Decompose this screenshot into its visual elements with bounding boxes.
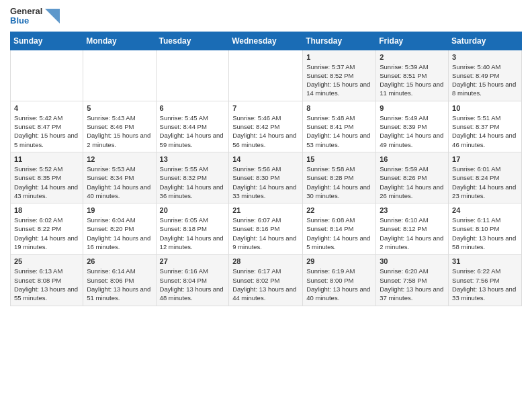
calendar-week-row: 4Sunrise: 5:42 AMSunset: 8:47 PMDaylight… <box>11 101 522 152</box>
calendar-header-row: SundayMondayTuesdayWednesdayThursdayFrid… <box>11 32 522 50</box>
day-number: 4 <box>14 104 79 112</box>
logo-text: General Blue <box>10 7 42 26</box>
calendar-week-row: 1Sunrise: 5:37 AMSunset: 8:52 PMDaylight… <box>11 50 522 101</box>
calendar-cell: 17Sunrise: 6:01 AMSunset: 8:24 PMDayligh… <box>449 152 522 203</box>
day-info: Sunrise: 5:48 AMSunset: 8:41 PMDaylight:… <box>306 113 372 149</box>
day-number: 11 <box>14 155 79 163</box>
calendar-cell: 23Sunrise: 6:10 AMSunset: 8:12 PMDayligh… <box>376 203 449 255</box>
day-number: 19 <box>87 206 152 214</box>
calendar-cell: 9Sunrise: 5:49 AMSunset: 8:39 PMDaylight… <box>376 101 449 152</box>
day-info: Sunrise: 6:14 AMSunset: 8:06 PMDaylight:… <box>87 267 152 302</box>
calendar-cell: 27Sunrise: 6:16 AMSunset: 8:04 PMDayligh… <box>156 255 229 306</box>
calendar-cell: 28Sunrise: 6:17 AMSunset: 8:02 PMDayligh… <box>229 255 303 306</box>
calendar-cell: 18Sunrise: 6:02 AMSunset: 8:22 PMDayligh… <box>11 203 83 255</box>
day-number: 7 <box>232 104 299 112</box>
calendar-cell: 5Sunrise: 5:43 AMSunset: 8:46 PMDaylight… <box>83 101 156 152</box>
calendar-cell: 20Sunrise: 6:05 AMSunset: 8:18 PMDayligh… <box>156 203 229 255</box>
day-number: 15 <box>306 155 372 163</box>
calendar-cell: 3Sunrise: 5:40 AMSunset: 8:49 PMDaylight… <box>449 50 522 101</box>
day-number: 30 <box>380 257 445 265</box>
day-number: 31 <box>452 257 518 265</box>
calendar-cell <box>156 50 229 101</box>
calendar-cell: 31Sunrise: 6:22 AMSunset: 7:56 PMDayligh… <box>449 255 522 306</box>
day-info: Sunrise: 6:11 AMSunset: 8:10 PMDaylight:… <box>452 216 518 251</box>
day-number: 2 <box>380 53 445 61</box>
calendar-cell: 2Sunrise: 5:39 AMSunset: 8:51 PMDaylight… <box>376 50 449 101</box>
day-info: Sunrise: 5:56 AMSunset: 8:30 PMDaylight:… <box>232 165 299 200</box>
svg-marker-0 <box>45 9 60 24</box>
calendar-cell: 21Sunrise: 6:07 AMSunset: 8:16 PMDayligh… <box>229 203 303 255</box>
calendar-table: SundayMondayTuesdayWednesdayThursdayFrid… <box>10 32 522 306</box>
calendar-cell: 8Sunrise: 5:48 AMSunset: 8:41 PMDaylight… <box>303 101 376 152</box>
day-number: 8 <box>306 104 372 112</box>
day-info: Sunrise: 6:07 AMSunset: 8:16 PMDaylight:… <box>232 216 299 251</box>
day-number: 10 <box>452 104 518 112</box>
day-info: Sunrise: 5:58 AMSunset: 8:28 PMDaylight:… <box>306 165 372 200</box>
day-number: 18 <box>14 206 79 214</box>
day-number: 3 <box>452 53 518 61</box>
day-info: Sunrise: 5:52 AMSunset: 8:35 PMDaylight:… <box>14 165 79 200</box>
day-number: 6 <box>160 104 226 112</box>
calendar-cell: 26Sunrise: 6:14 AMSunset: 8:06 PMDayligh… <box>83 255 156 306</box>
day-number: 12 <box>87 155 152 163</box>
day-number: 27 <box>160 257 226 265</box>
day-number: 16 <box>380 155 445 163</box>
day-info: Sunrise: 5:45 AMSunset: 8:44 PMDaylight:… <box>160 113 226 149</box>
day-info: Sunrise: 5:55 AMSunset: 8:32 PMDaylight:… <box>160 165 226 200</box>
calendar-cell: 19Sunrise: 6:04 AMSunset: 8:20 PMDayligh… <box>83 203 156 255</box>
day-info: Sunrise: 5:42 AMSunset: 8:47 PMDaylight:… <box>14 113 79 149</box>
calendar-cell <box>229 50 303 101</box>
day-number: 22 <box>306 206 372 214</box>
logo: General Blue <box>10 7 60 26</box>
day-info: Sunrise: 6:13 AMSunset: 8:08 PMDaylight:… <box>14 267 79 302</box>
calendar-week-row: 18Sunrise: 6:02 AMSunset: 8:22 PMDayligh… <box>11 203 522 255</box>
day-info: Sunrise: 5:51 AMSunset: 8:37 PMDaylight:… <box>452 113 518 149</box>
calendar-cell: 22Sunrise: 6:08 AMSunset: 8:14 PMDayligh… <box>303 203 376 255</box>
day-info: Sunrise: 6:17 AMSunset: 8:02 PMDaylight:… <box>232 267 299 302</box>
page: General Blue SundayMondayTuesdayWednesda… <box>0 0 532 313</box>
calendar-cell: 11Sunrise: 5:52 AMSunset: 8:35 PMDayligh… <box>11 152 83 203</box>
day-number: 9 <box>380 104 445 112</box>
day-info: Sunrise: 6:01 AMSunset: 8:24 PMDaylight:… <box>452 165 518 200</box>
day-info: Sunrise: 5:39 AMSunset: 8:51 PMDaylight:… <box>380 62 445 98</box>
calendar-cell: 30Sunrise: 6:20 AMSunset: 7:58 PMDayligh… <box>376 255 449 306</box>
calendar-cell: 16Sunrise: 5:59 AMSunset: 8:26 PMDayligh… <box>376 152 449 203</box>
calendar-cell: 10Sunrise: 5:51 AMSunset: 8:37 PMDayligh… <box>449 101 522 152</box>
day-info: Sunrise: 6:19 AMSunset: 8:00 PMDaylight:… <box>306 267 372 302</box>
day-info: Sunrise: 6:10 AMSunset: 8:12 PMDaylight:… <box>380 216 445 251</box>
day-info: Sunrise: 6:20 AMSunset: 7:58 PMDaylight:… <box>380 267 445 302</box>
day-number: 24 <box>452 206 518 214</box>
day-number: 17 <box>452 155 518 163</box>
day-info: Sunrise: 5:59 AMSunset: 8:26 PMDaylight:… <box>380 165 445 200</box>
weekday-header: Monday <box>83 32 156 50</box>
day-number: 29 <box>306 257 372 265</box>
day-info: Sunrise: 6:08 AMSunset: 8:14 PMDaylight:… <box>306 216 372 251</box>
calendar-cell: 25Sunrise: 6:13 AMSunset: 8:08 PMDayligh… <box>11 255 83 306</box>
calendar-cell: 6Sunrise: 5:45 AMSunset: 8:44 PMDaylight… <box>156 101 229 152</box>
day-number: 5 <box>87 104 152 112</box>
day-info: Sunrise: 6:02 AMSunset: 8:22 PMDaylight:… <box>14 216 79 251</box>
day-number: 20 <box>160 206 226 214</box>
day-number: 23 <box>380 206 445 214</box>
day-number: 28 <box>232 257 299 265</box>
weekday-header: Tuesday <box>156 32 229 50</box>
calendar-cell: 7Sunrise: 5:46 AMSunset: 8:42 PMDaylight… <box>229 101 303 152</box>
calendar-cell: 24Sunrise: 6:11 AMSunset: 8:10 PMDayligh… <box>449 203 522 255</box>
weekday-header: Friday <box>376 32 449 50</box>
calendar-cell: 15Sunrise: 5:58 AMSunset: 8:28 PMDayligh… <box>303 152 376 203</box>
day-number: 21 <box>232 206 299 214</box>
day-info: Sunrise: 5:37 AMSunset: 8:52 PMDaylight:… <box>306 62 372 98</box>
day-info: Sunrise: 6:04 AMSunset: 8:20 PMDaylight:… <box>87 216 152 251</box>
weekday-header: Saturday <box>449 32 522 50</box>
day-number: 1 <box>306 53 372 61</box>
calendar-cell: 13Sunrise: 5:55 AMSunset: 8:32 PMDayligh… <box>156 152 229 203</box>
day-info: Sunrise: 5:46 AMSunset: 8:42 PMDaylight:… <box>232 113 299 149</box>
calendar-week-row: 11Sunrise: 5:52 AMSunset: 8:35 PMDayligh… <box>11 152 522 203</box>
calendar-cell: 14Sunrise: 5:56 AMSunset: 8:30 PMDayligh… <box>229 152 303 203</box>
calendar-week-row: 25Sunrise: 6:13 AMSunset: 8:08 PMDayligh… <box>11 255 522 306</box>
day-info: Sunrise: 5:43 AMSunset: 8:46 PMDaylight:… <box>87 113 152 149</box>
day-info: Sunrise: 6:22 AMSunset: 7:56 PMDaylight:… <box>452 267 518 302</box>
logo-triangle-icon <box>45 9 60 24</box>
day-number: 13 <box>160 155 226 163</box>
weekday-header: Wednesday <box>229 32 303 50</box>
